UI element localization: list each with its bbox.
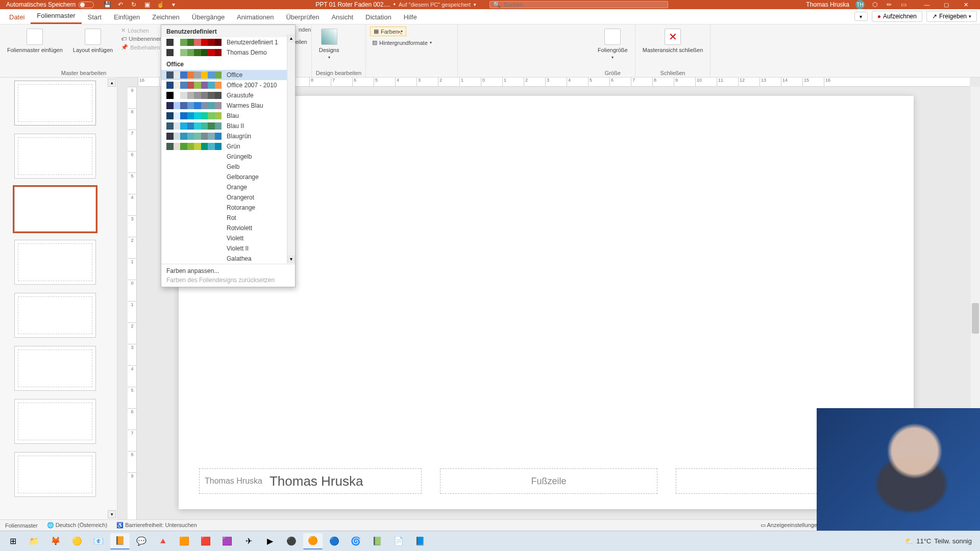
- word-icon[interactable]: 📘: [410, 533, 430, 549]
- color-scheme-rotorange[interactable]: Rotorange: [161, 203, 295, 213]
- app-icon-5[interactable]: 🟠: [303, 533, 323, 549]
- undo-icon[interactable]: ↶: [116, 1, 125, 9]
- tab-einfuegen[interactable]: Einfügen: [108, 10, 146, 24]
- search-box[interactable]: 🔍: [489, 1, 668, 8]
- colors-dropdown-button[interactable]: ▦ Farben ▾ ↖: [370, 27, 406, 36]
- record-button[interactable]: ●Aufzeichnen: [872, 11, 922, 22]
- present-icon[interactable]: ▣: [143, 1, 151, 9]
- excel-icon[interactable]: 📗: [368, 533, 387, 549]
- colors-dropdown-menu[interactable]: Benutzerdefiniert Benutzerdefiniert 1Tho…: [161, 24, 296, 287]
- color-scheme-orangerot[interactable]: Orangerot: [161, 192, 295, 203]
- color-scheme-thomas-demo[interactable]: Thomas Demo: [161, 47, 295, 58]
- thumb-master[interactable]: [14, 81, 96, 126]
- color-scheme-rotviolett[interactable]: Rotviolett: [161, 223, 295, 233]
- view-mode[interactable]: Folienmaster: [5, 522, 38, 529]
- tab-ansicht[interactable]: Ansicht: [325, 10, 359, 24]
- color-scheme-blau[interactable]: Blau: [161, 111, 295, 121]
- dropdown-scrollbar[interactable]: ▴ ▾: [287, 34, 295, 263]
- display-settings[interactable]: ▭ Anzeigeeinstellungen: [761, 522, 820, 529]
- tab-uebergaenge[interactable]: Übergänge: [186, 10, 231, 24]
- toggle-switch[interactable]: [79, 2, 94, 8]
- thumb-layout-4[interactable]: [14, 293, 96, 338]
- app-icon-7[interactable]: 📄: [389, 533, 408, 549]
- obs-icon[interactable]: ⚫: [282, 533, 301, 549]
- slide-thumbnails[interactable]: ▴ ▾: [0, 78, 117, 519]
- tab-hilfe[interactable]: Hilfe: [398, 10, 423, 24]
- footer-left-placeholder[interactable]: Thomas Hruska Thomas Hruska: [199, 468, 422, 494]
- edge-icon[interactable]: 🌀: [346, 533, 365, 549]
- ribbon-options-icon[interactable]: ▭: [899, 1, 908, 9]
- color-scheme-office-2007---2010[interactable]: Office 2007 - 2010: [161, 80, 295, 90]
- start-button[interactable]: ⊞: [3, 533, 22, 549]
- save-icon[interactable]: 💾: [103, 1, 111, 9]
- footer-center-placeholder[interactable]: Fußzeile: [440, 468, 657, 494]
- autosave-toggle[interactable]: Automatisches Speichern: [2, 1, 98, 8]
- rename-button[interactable]: 🏷 Umbenennen: [120, 35, 163, 42]
- color-scheme-gelb[interactable]: Gelb: [161, 162, 295, 172]
- coming-soon-icon[interactable]: ✏: [885, 1, 893, 9]
- minimize-button[interactable]: —: [918, 1, 936, 9]
- telegram-icon[interactable]: ✈: [239, 533, 258, 549]
- customize-colors[interactable]: Farben anpassen...: [166, 267, 290, 274]
- color-scheme-violett[interactable]: Violett: [161, 233, 295, 243]
- share-button[interactable]: ↗Freigeben▾: [926, 11, 977, 22]
- thumb-layout-5[interactable]: [14, 346, 96, 391]
- color-scheme-gelborange[interactable]: Gelborange: [161, 172, 295, 182]
- tab-zeichnen[interactable]: Zeichnen: [146, 10, 185, 24]
- app-icon-2[interactable]: 🟧: [175, 533, 194, 549]
- close-master-button[interactable]: ✕Masteransicht schließen: [640, 27, 706, 55]
- color-scheme-grün[interactable]: Grün: [161, 141, 295, 152]
- app-icon-6[interactable]: 🔵: [325, 533, 344, 549]
- app-icon-3[interactable]: 🟥: [196, 533, 215, 549]
- thumb-layout-1[interactable]: [14, 134, 96, 179]
- accessibility[interactable]: ♿ Barrierefreiheit: Untersuchen: [116, 522, 197, 529]
- app-icon-1[interactable]: 💬: [132, 533, 151, 549]
- tab-dictation[interactable]: Dictation: [359, 10, 398, 24]
- qat-more-icon[interactable]: ▾: [169, 1, 178, 9]
- onenote-icon[interactable]: 🟪: [217, 533, 237, 549]
- close-button[interactable]: ✕: [957, 1, 975, 9]
- search-input[interactable]: [504, 2, 665, 8]
- color-scheme-benutzerdefiniert-1[interactable]: Benutzerdefiniert 1: [161, 37, 295, 47]
- color-scheme-violett-ii[interactable]: Violett II: [161, 243, 295, 254]
- thumb-layout-3[interactable]: [14, 240, 96, 285]
- ribbon-mode-switch[interactable]: ▾: [854, 12, 868, 21]
- thumb-layout-2-selected[interactable]: [14, 187, 96, 232]
- color-scheme-warmes-blau[interactable]: Warmes Blau: [161, 101, 295, 111]
- sync-icon[interactable]: ⬡: [871, 1, 879, 9]
- outlook-icon[interactable]: 📧: [89, 533, 108, 549]
- vlc-icon[interactable]: 🔺: [153, 533, 173, 549]
- explorer-icon[interactable]: 📁: [24, 533, 44, 549]
- color-scheme-blaugrün[interactable]: Blaugrün: [161, 131, 295, 141]
- thumbs-scroll-down[interactable]: ▾: [108, 510, 116, 518]
- tab-start[interactable]: Start: [82, 10, 108, 24]
- language[interactable]: 🌐 Deutsch (Österreich): [47, 522, 108, 529]
- color-scheme-grüngelb[interactable]: Grüngelb: [161, 152, 295, 162]
- color-scheme-orange[interactable]: Orange: [161, 182, 295, 192]
- maximize-button[interactable]: ▢: [937, 1, 955, 9]
- color-scheme-blau-ii[interactable]: Blau II: [161, 121, 295, 131]
- firefox-icon[interactable]: 🦊: [46, 533, 65, 549]
- file-name[interactable]: PPT 01 Roter Faden 002....: [315, 1, 390, 8]
- tab-datei[interactable]: Datei: [3, 10, 31, 24]
- slide-size-button[interactable]: Foliengröße▾: [595, 27, 631, 62]
- windows-taskbar[interactable]: ⊞ 📁 🦊 🟡 📧 📙 💬 🔺 🟧 🟥 🟪 ✈ ▶ ⚫ 🟠 🔵 🌀 📗 📄 📘 …: [0, 531, 980, 551]
- scroll-up-arrow[interactable]: ▴: [287, 34, 295, 42]
- insert-layout-button[interactable]: Layout einfügen: [70, 27, 116, 55]
- redo-icon[interactable]: ↻: [130, 1, 138, 9]
- thumbs-scroll-up[interactable]: ▴: [108, 79, 116, 87]
- scroll-down-arrow[interactable]: ▾: [287, 255, 295, 263]
- tab-animationen[interactable]: Animationen: [231, 10, 280, 24]
- tab-ueberpruefen[interactable]: Überprüfen: [280, 10, 325, 24]
- thumb-layout-6[interactable]: [14, 399, 96, 444]
- touch-icon[interactable]: ☝: [156, 1, 164, 9]
- tab-folienmaster[interactable]: Folienmaster: [31, 9, 81, 24]
- thumb-layout-7[interactable]: [14, 452, 96, 497]
- chrome-icon[interactable]: 🟡: [67, 533, 87, 549]
- app-icon-4[interactable]: ▶: [260, 533, 280, 549]
- user-avatar[interactable]: TH: [855, 0, 865, 9]
- weather-widget[interactable]: ⛅ 11°C Teilw. sonnig: [905, 537, 977, 545]
- color-scheme-rot[interactable]: Rot: [161, 213, 295, 223]
- insert-master-button[interactable]: Folienmaster einfügen: [4, 27, 66, 55]
- designs-button[interactable]: Designs▾: [316, 27, 342, 62]
